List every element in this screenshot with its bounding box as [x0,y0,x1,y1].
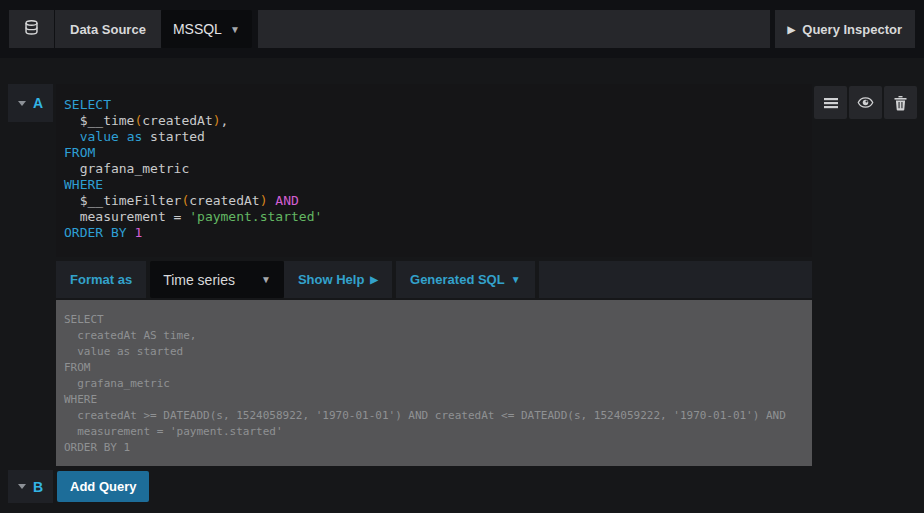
eye-icon [857,94,874,111]
code-token: measurement = [64,209,189,224]
code-line: $__timeFilter(createdAt) AND [64,193,804,209]
generated-sql-button[interactable]: Generated SQL ▼ [396,261,535,298]
datasource-label: Data Source [55,10,161,48]
query-b-collapse-toggle[interactable]: B [8,470,53,503]
code-line: SELECT [64,97,804,113]
caret-down-icon: ▼ [511,274,521,285]
generated-sql-panel: SELECT createdAt AS time, value as start… [56,300,812,466]
code-token: createdAt [142,113,212,128]
query-a-actions [814,86,917,119]
show-help-button[interactable]: Show Help ▶ [284,261,392,298]
code-line: $__time(createdAt), [64,113,804,129]
code-token: SELECT [64,97,111,112]
caret-right-icon: ▶ [370,274,378,285]
database-icon [22,18,41,41]
format-as-label: Format as [56,261,146,298]
code-token [119,129,127,144]
code-token: ORDER BY [64,225,127,240]
toolbar-spacer [539,261,812,298]
code-token: ) [260,193,268,208]
code-line: WHERE [64,177,804,193]
code-token: WHERE [64,177,103,192]
datasource-icon-button[interactable] [9,10,54,48]
toggle-query-visibility-button[interactable] [849,86,882,119]
toolbar-spacer [258,10,770,48]
code-line: ORDER BY 1 [64,225,804,241]
code-token: $__time [64,113,134,128]
query-b-letter: B [33,479,43,495]
code-token: , [221,113,229,128]
caret-right-icon: ▶ [788,24,796,35]
query-menu-button[interactable] [814,86,847,119]
code-line: FROM [64,145,804,161]
format-as-value: Time series [163,272,235,288]
menu-icon [823,95,839,111]
generated-sql-label: Generated SQL [410,272,505,287]
chevron-down-icon: ▼ [261,274,271,285]
code-token: as [127,129,143,144]
caret-down-icon [18,484,26,489]
chevron-down-icon: ▼ [230,24,240,35]
code-token [64,129,80,144]
code-token: 1 [134,225,142,240]
code-token: createdAt [189,193,259,208]
add-query-button[interactable]: Add Query [57,471,149,502]
datasource-select[interactable]: MSSQL ▼ [161,10,252,48]
code-token: started [142,129,205,144]
sql-code-editor[interactable]: SELECT $__time(createdAt), value as star… [56,84,812,257]
query-inspector-button[interactable]: ▶ Query Inspector [775,10,915,48]
query-editor-page: Data Source MSSQL ▼ ▶ Query Inspector A … [0,0,924,513]
top-header: Data Source MSSQL ▼ ▶ Query Inspector [0,0,924,58]
query-inspector-label: Query Inspector [802,22,902,37]
delete-query-button[interactable] [884,86,917,119]
code-token: $__timeFilter [64,193,181,208]
code-line: grafana_metric [64,161,804,177]
query-a-collapse-toggle[interactable]: A [8,84,53,122]
generated-sql-text: SELECT createdAt AS time, value as start… [64,312,804,456]
code-token: grafana_metric [64,161,189,176]
caret-down-icon [18,101,26,106]
show-help-label: Show Help [298,272,364,287]
code-token: 'payment.started' [189,209,322,224]
code-token: FROM [64,145,95,160]
datasource-value: MSSQL [173,21,222,37]
code-token: ) [213,113,221,128]
format-as-select[interactable]: Time series ▼ [150,261,284,298]
code-token: AND [275,193,298,208]
datasource-toolbar: Data Source MSSQL ▼ ▶ Query Inspector [9,10,915,48]
trash-icon [893,95,908,111]
query-a-letter: A [33,95,43,111]
query-options-toolbar: Format as Time series ▼ Show Help ▶ Gene… [56,261,812,298]
code-token: value [80,129,119,144]
code-line: measurement = 'payment.started' [64,209,804,225]
code-line: value as started [64,129,804,145]
